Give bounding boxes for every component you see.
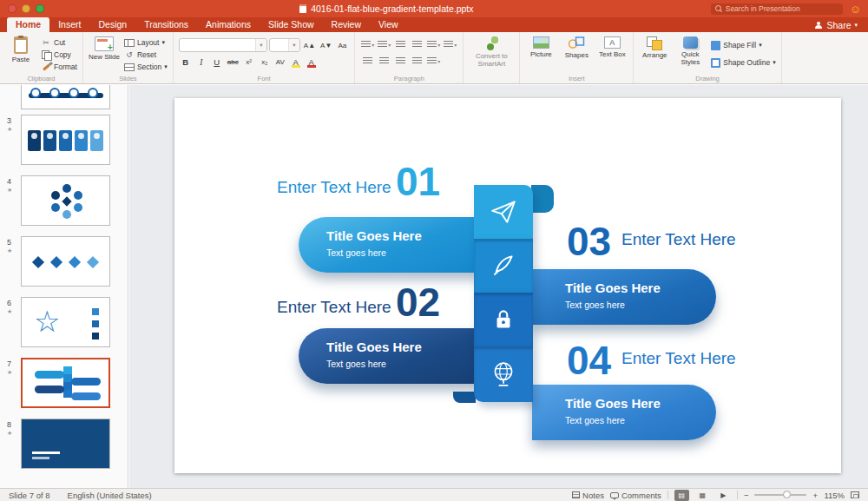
align-right-button[interactable] <box>393 55 408 68</box>
item-04-label[interactable]: Enter Text Here <box>621 349 736 368</box>
item-03-banner[interactable]: Title Goes Here Text goes here <box>532 269 716 325</box>
banner-subtitle[interactable]: Text goes here <box>565 300 625 310</box>
slide-editor[interactable]: Enter Text Here 01 Title Goes Here Text … <box>174 98 841 473</box>
slide-thumbnail-3[interactable] <box>21 115 110 165</box>
picture-button[interactable]: Picture <box>525 35 556 74</box>
banner-title[interactable]: Title Goes Here <box>326 228 422 243</box>
banner-title[interactable]: Title Goes Here <box>565 280 661 295</box>
numbering-button[interactable]: ▾ <box>377 38 391 51</box>
strikethrough-button[interactable]: abc <box>226 56 240 69</box>
tab-animations[interactable]: Animations <box>197 17 260 32</box>
subscript-button[interactable]: x₂ <box>258 56 272 69</box>
item-04-banner[interactable]: Title Goes Here Text goes here <box>532 385 716 440</box>
item-03-number[interactable]: 03 <box>567 221 611 261</box>
fit-slide-to-window-icon[interactable] <box>851 491 859 498</box>
ribbon-tile-1[interactable] <box>474 185 533 239</box>
tab-transitions[interactable]: Transitions <box>135 17 197 32</box>
tab-review[interactable]: Review <box>323 17 370 32</box>
underline-button[interactable]: U <box>210 56 224 69</box>
align-center-button[interactable] <box>377 55 391 68</box>
copy-button[interactable]: Copy <box>41 49 77 60</box>
line-spacing-button[interactable]: ▾ <box>426 38 441 51</box>
grow-font-button[interactable]: A▲ <box>302 39 317 52</box>
item-02-label[interactable]: Enter Text Here <box>277 298 391 317</box>
clear-formatting-button[interactable]: Aa <box>335 39 349 52</box>
fullscreen-window-button[interactable] <box>36 4 44 13</box>
banner-subtitle[interactable]: Text goes here <box>326 247 386 258</box>
font-color-button[interactable]: A <box>305 56 319 69</box>
tab-design[interactable]: Design <box>89 17 135 32</box>
bold-button[interactable]: B <box>179 56 193 69</box>
new-slide-button[interactable]: New Slide <box>89 35 120 74</box>
ribbon-tile-4[interactable] <box>474 346 533 402</box>
layout-button[interactable]: Layout ▾ <box>124 37 168 48</box>
tab-home[interactable]: Home <box>7 17 49 32</box>
search-box[interactable] <box>711 3 843 15</box>
align-left-button[interactable] <box>360 55 375 68</box>
zoom-out-button[interactable]: − <box>744 491 749 500</box>
text-highlight-button[interactable]: A <box>289 56 303 69</box>
justify-button[interactable] <box>410 55 424 68</box>
convert-to-smartart-button[interactable]: Convert to SmartArt <box>469 35 514 74</box>
quick-styles-button[interactable]: Quick Styles <box>674 35 706 74</box>
reset-button[interactable]: ↺ Reset <box>124 49 168 60</box>
normal-view-button[interactable]: ▤ <box>674 490 689 501</box>
format-painter-button[interactable]: Format <box>41 62 77 72</box>
bullets-button[interactable]: ▾ <box>360 38 375 51</box>
slide-show-button[interactable]: ▶ <box>716 490 731 501</box>
item-02-number[interactable]: 02 <box>396 282 440 322</box>
ribbon-tile-2[interactable] <box>474 239 533 293</box>
item-01-banner[interactable]: Title Goes Here Text goes here <box>299 217 483 273</box>
tab-view[interactable]: View <box>370 17 407 32</box>
slide-thumbnail-5[interactable] <box>21 236 110 287</box>
shrink-font-button[interactable]: A▼ <box>319 39 333 52</box>
language-indicator[interactable]: English (United States) <box>68 491 152 500</box>
minimize-window-button[interactable] <box>22 4 30 13</box>
item-04-number[interactable]: 04 <box>567 340 611 380</box>
notes-button[interactable]: Notes <box>572 491 604 500</box>
item-03-label[interactable]: Enter Text Here <box>621 230 736 249</box>
share-button[interactable]: Share ▾ <box>814 20 858 32</box>
paste-button[interactable]: Paste <box>5 35 36 74</box>
slide-sorter-view-button[interactable]: ▦ <box>695 490 710 501</box>
banner-title[interactable]: Title Goes Here <box>565 396 661 411</box>
feedback-smiley-icon[interactable]: ☺ <box>850 3 861 15</box>
item-01-label[interactable]: Enter Text Here <box>277 178 391 197</box>
zoom-slider-knob[interactable] <box>783 491 791 498</box>
slide-thumbnail-6[interactable]: ☆ <box>21 297 110 347</box>
slide-thumbnail-4[interactable] <box>21 175 110 226</box>
slide-thumbnail-8[interactable] <box>21 419 110 469</box>
close-window-button[interactable] <box>8 4 16 13</box>
shape-outline-button[interactable]: Shape Outline ▾ <box>710 57 775 68</box>
banner-subtitle[interactable]: Text goes here <box>326 359 386 369</box>
italic-button[interactable]: I <box>194 56 208 69</box>
text-direction-button[interactable]: ▾ <box>443 38 457 51</box>
decrease-indent-button[interactable] <box>393 38 408 51</box>
slide-thumbnail-7-selected[interactable] <box>21 358 110 408</box>
zoom-slider[interactable] <box>754 494 806 496</box>
zoom-in-button[interactable]: + <box>812 491 818 500</box>
item-02-banner[interactable]: Title Goes Here Text goes here <box>299 328 483 384</box>
slide-thumbnail-2[interactable] <box>21 85 110 109</box>
item-01-number[interactable]: 01 <box>396 162 440 201</box>
section-button[interactable]: Section ▾ <box>124 62 168 72</box>
tab-slide-show[interactable]: Slide Show <box>260 17 323 32</box>
tab-insert[interactable]: Insert <box>49 17 89 32</box>
text-box-button[interactable]: A Text Box <box>596 35 628 74</box>
banner-title[interactable]: Title Goes Here <box>326 339 422 354</box>
comments-button[interactable]: Comments <box>610 491 661 500</box>
ribbon-tile-3[interactable] <box>474 293 533 346</box>
banner-subtitle[interactable]: Text goes here <box>565 415 625 425</box>
character-spacing-button[interactable]: AV <box>273 56 287 69</box>
search-input[interactable] <box>726 4 838 13</box>
arrange-button[interactable]: Arrange <box>639 35 670 74</box>
cut-button[interactable]: ✂ Cut <box>41 37 77 48</box>
shape-fill-button[interactable]: Shape Fill ▾ <box>710 40 775 50</box>
increase-indent-button[interactable] <box>410 38 424 51</box>
superscript-button[interactable]: x² <box>242 56 256 69</box>
columns-button[interactable]: ▾ <box>426 55 441 68</box>
zoom-level[interactable]: 115% <box>824 491 845 500</box>
font-name-select[interactable]: ▾ <box>179 38 267 52</box>
shapes-button[interactable]: Shapes <box>561 35 592 74</box>
font-size-select[interactable]: ▾ <box>269 38 300 52</box>
